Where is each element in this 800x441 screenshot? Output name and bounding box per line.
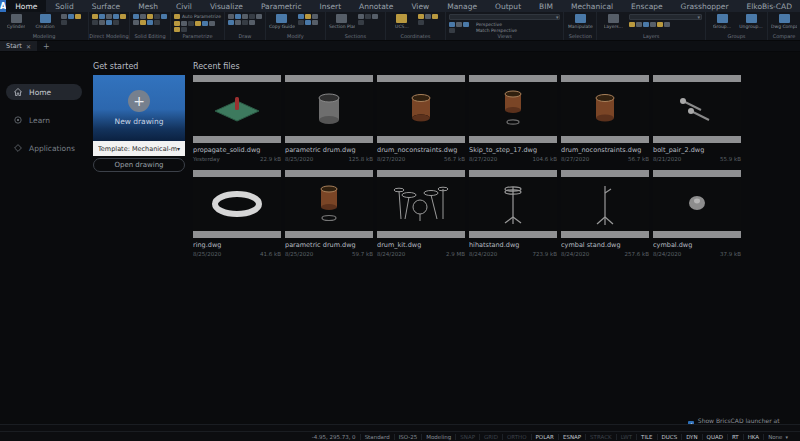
sidebar-item-learn[interactable]: Learn bbox=[6, 112, 82, 128]
menu-tab-solid[interactable]: Solid bbox=[46, 0, 82, 12]
menu-tab-home[interactable]: Home bbox=[6, 0, 46, 12]
new-tab-button[interactable]: + bbox=[37, 41, 56, 51]
menu-tab-surface[interactable]: Surface bbox=[83, 0, 130, 12]
open-drawing-button[interactable]: Open drawing bbox=[93, 158, 185, 172]
toggle-grid[interactable]: GRID bbox=[479, 434, 502, 440]
toggle-strack[interactable]: STRACK bbox=[585, 434, 616, 440]
toggle-ducs[interactable]: DUCS bbox=[657, 434, 682, 440]
toggle-quad[interactable]: QUAD bbox=[702, 434, 727, 440]
toggle-ortho[interactable]: ORTHO bbox=[502, 434, 531, 440]
text-style-field[interactable]: Standard bbox=[360, 434, 394, 440]
modify-icons[interactable] bbox=[298, 14, 322, 25]
command-line[interactable] bbox=[0, 424, 800, 431]
thumbnail-drum-noconstraints-2 bbox=[561, 82, 649, 136]
solid-editing-icons[interactable] bbox=[133, 14, 167, 25]
toggle-dyn[interactable]: DYN bbox=[681, 434, 701, 440]
menu-tab-civil[interactable]: Civil bbox=[167, 0, 201, 12]
recent-file-card[interactable]: bolt_pair_2.dwg 8/21/202055.9 kB bbox=[653, 75, 741, 166]
toggle-tile[interactable]: TILE bbox=[636, 434, 657, 440]
direct-modeling-icons[interactable] bbox=[92, 14, 126, 25]
thumbnail-propagate-solid bbox=[193, 82, 281, 136]
menu-tab-view[interactable]: View bbox=[402, 0, 438, 12]
ungroup-button[interactable]: Ungroup... bbox=[738, 14, 764, 29]
views-icons[interactable] bbox=[449, 22, 473, 33]
recent-file-card[interactable]: drum_kit.dwg 8/24/20202.9 MB bbox=[377, 170, 465, 261]
applications-icon bbox=[14, 144, 22, 152]
group-button[interactable]: Group... bbox=[709, 14, 735, 29]
new-drawing-label: New drawing bbox=[115, 117, 164, 126]
ribbon-group-modify: Copy Guided Modify bbox=[266, 12, 326, 40]
dwg-compare-icon bbox=[779, 14, 790, 23]
recent-file-card[interactable]: cymbal.dwg 8/24/202037.9 kB bbox=[653, 170, 741, 261]
start-tab[interactable]: Start ✕ bbox=[0, 41, 37, 51]
menu-tab-parametric[interactable]: Parametric bbox=[252, 0, 311, 12]
menu-tab-elkobis-cad[interactable]: ElkoBis-CAD bbox=[737, 0, 800, 12]
modeling-tools-icons[interactable] bbox=[61, 14, 85, 25]
ucs-button[interactable]: UCS... bbox=[389, 14, 415, 29]
thumbnail-cymbal bbox=[653, 177, 741, 231]
recent-file-card[interactable]: propagate_solid.dwg Yesterday22.9 kB bbox=[193, 75, 281, 166]
annotation-scale-dropdown[interactable]: None ▾ bbox=[763, 434, 792, 440]
menu-tab-bim[interactable]: BIM bbox=[530, 0, 562, 12]
recent-file-card[interactable]: Skip_to_step_17.dwg 8/27/2020104.6 kB bbox=[469, 75, 557, 166]
recent-file-card[interactable]: ring.dwg 8/25/202041.6 kB bbox=[193, 170, 281, 261]
ribbon-group-solid-editing: Solid Editing bbox=[130, 12, 171, 40]
thumbnail-drum-kit bbox=[377, 177, 465, 231]
creation-button[interactable]: Creation bbox=[32, 14, 58, 29]
layers-button[interactable]: Layers... bbox=[600, 14, 626, 29]
menu-tab-mesh[interactable]: Mesh bbox=[129, 0, 167, 12]
layer-state-icons[interactable] bbox=[629, 22, 702, 27]
recent-file-card[interactable]: drum_noconstraints.dwg 8/27/202056.7 kB bbox=[377, 75, 465, 166]
toggle-snap[interactable]: SNAP bbox=[455, 434, 479, 440]
toggle-hka[interactable]: HKA bbox=[743, 434, 763, 440]
menu-tab-annotate[interactable]: Annotate bbox=[350, 0, 402, 12]
recent-file-card[interactable]: parametric drum.dwg 8/25/202059.7 kB bbox=[285, 170, 373, 261]
toggle-esnap[interactable]: ESNAP bbox=[558, 434, 585, 440]
auto-parametrize-button[interactable]: Auto Parametrize bbox=[182, 14, 221, 19]
sidebar-item-home[interactable]: Home bbox=[6, 84, 82, 100]
menu-tab-insert[interactable]: Insert bbox=[311, 0, 351, 12]
cylinder-button[interactable]: Cylinder bbox=[3, 14, 29, 29]
dwg-compare-button[interactable]: Dwg Compare bbox=[771, 14, 797, 29]
close-tab-icon[interactable]: ✕ bbox=[26, 43, 31, 50]
template-dropdown[interactable]: Template: Mechanical-m ▾ bbox=[93, 141, 185, 156]
toggle-polar[interactable]: POLAR bbox=[531, 434, 558, 440]
file-date: Yesterday bbox=[193, 156, 220, 162]
menu-tab-mechanical[interactable]: Mechanical bbox=[562, 0, 622, 12]
menu-tab-visualize[interactable]: Visualize bbox=[201, 0, 252, 12]
sidebar-item-applications[interactable]: Applications bbox=[6, 140, 82, 156]
view-preset-combobox[interactable] bbox=[449, 14, 560, 20]
thumbnail-parametric-drum-2 bbox=[285, 177, 373, 231]
recent-file-card[interactable]: parametric drum.dwg 8/25/2020125.8 kB bbox=[285, 75, 373, 166]
sections-icons[interactable] bbox=[358, 14, 382, 25]
start-sidebar: Home Learn Applications bbox=[0, 52, 86, 412]
toggle-rt[interactable]: RT bbox=[727, 434, 743, 440]
chevron-down-icon: ▾ bbox=[785, 434, 788, 440]
menu-tab-output[interactable]: Output bbox=[486, 0, 530, 12]
ribbon-group-modeling: Cylinder Creation Modeling bbox=[0, 12, 89, 40]
ribbon-group-layers: Layers... Layers bbox=[597, 12, 706, 40]
toggle-lwt[interactable]: LWT bbox=[616, 434, 636, 440]
menu-bar: A Home Solid Surface Mesh Civil Visualiz… bbox=[0, 0, 800, 12]
ribbon-group-direct-modeling: Direct Modeling bbox=[89, 12, 130, 40]
thumbnail-parametric-drum bbox=[285, 82, 373, 136]
workspace-field[interactable]: Modeling bbox=[421, 434, 455, 440]
layer-combobox[interactable] bbox=[629, 14, 702, 20]
new-drawing-card[interactable]: + New drawing bbox=[93, 75, 185, 141]
menu-tab-enscape[interactable]: Enscape bbox=[622, 0, 672, 12]
recent-file-card[interactable]: hihatstand.dwg 8/24/2020723.9 kB bbox=[469, 170, 557, 261]
recent-file-card[interactable]: drum_noconstraints.dwg 8/27/202056.7 kB bbox=[561, 75, 649, 166]
menu-tab-manage[interactable]: Manage bbox=[438, 0, 486, 12]
manipulate-button[interactable]: Manipulate bbox=[567, 14, 593, 29]
menu-tab-grasshopper[interactable]: Grasshopper bbox=[672, 0, 738, 12]
ribbon-group-groups: Group... Ungroup... Groups bbox=[706, 12, 768, 40]
ribbon-group-views: Perspective Match Perspective Views bbox=[446, 12, 564, 40]
parametrize-icons[interactable] bbox=[174, 21, 220, 32]
draw-icons[interactable] bbox=[228, 14, 262, 25]
copy-guided-button[interactable]: Copy Guided bbox=[269, 14, 295, 29]
recent-file-card[interactable]: cymbal stand.dwg 8/24/2020257.6 kB bbox=[561, 170, 649, 261]
dim-style-field[interactable]: ISO-25 bbox=[394, 434, 422, 440]
perspective-button[interactable]: Perspective bbox=[476, 22, 517, 27]
section-plane-button[interactable]: Section Plane bbox=[329, 14, 355, 29]
coordinates-icons[interactable] bbox=[418, 14, 442, 25]
